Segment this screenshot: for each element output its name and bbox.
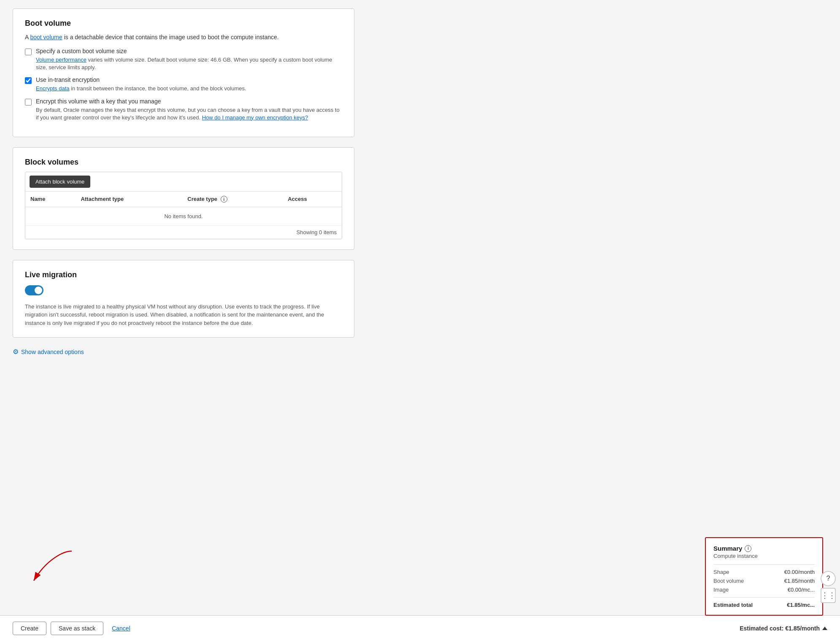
footer-bar: Create Save as stack Cancel Estimated co…: [0, 615, 840, 641]
boot-volume-link[interactable]: boot volume: [30, 34, 62, 41]
summary-total-label: Estimated total: [713, 602, 753, 608]
encrypt-key-label[interactable]: Encrypt this volume with a key that you …: [36, 98, 161, 105]
custom-size-label[interactable]: Specify a custom boot volume size: [36, 48, 127, 54]
footer-estimated-cost: Estimated cost: €1.85/month: [740, 625, 827, 632]
summary-title: Summary: [713, 545, 742, 552]
attach-block-volume-button[interactable]: Attach block volume: [30, 176, 90, 188]
boot-volume-description: A boot volume is a detachable device tha…: [25, 33, 342, 42]
encrypt-key-checkbox[interactable]: [25, 99, 32, 105]
summary-info-icon[interactable]: i: [745, 545, 751, 552]
save-as-stack-button[interactable]: Save as stack: [51, 622, 103, 635]
summary-shape-row: Shape €0.00/month: [713, 569, 815, 575]
boot-volume-desc-text: is a detachable device that contains the…: [62, 34, 279, 41]
summary-boot-volume-value: €1.85/month: [784, 578, 815, 584]
encrypts-data-link[interactable]: Encrypts data: [36, 85, 70, 92]
block-volumes-table: Name Attachment type Create type i Acces…: [25, 192, 342, 226]
floating-dots-icon[interactable]: ⋮⋮: [821, 588, 836, 603]
boot-volume-card: Boot volume A boot volume is a detachabl…: [13, 8, 354, 137]
summary-boot-volume-row: Boot volume €1.85/month: [713, 578, 815, 584]
in-transit-encryption-checkbox[interactable]: [25, 77, 32, 84]
no-items-row: No items found.: [25, 207, 342, 225]
col-attachment-type: Attachment type: [76, 192, 182, 207]
no-items-text: No items found.: [25, 207, 342, 225]
col-access: Access: [283, 192, 342, 207]
volume-performance-link[interactable]: Volume performance: [36, 57, 86, 63]
floating-help-icon[interactable]: ?: [821, 571, 836, 586]
boot-volume-title: Boot volume: [25, 19, 342, 28]
live-migration-toggle[interactable]: [25, 285, 43, 295]
block-volumes-table-container: Attach block volume Name Attachment type…: [25, 172, 342, 239]
encryption-key-link[interactable]: How do I manage my own encryption keys?: [202, 114, 308, 121]
summary-image-row: Image €0.00/mc...: [713, 587, 815, 593]
create-button[interactable]: Create: [13, 622, 46, 635]
cancel-button[interactable]: Cancel: [108, 622, 135, 635]
chevron-up-icon[interactable]: [822, 627, 827, 630]
summary-subtitle: Compute instance: [713, 553, 815, 559]
custom-size-sub: Volume performance varies with volume si…: [36, 56, 342, 71]
live-migration-description: The instance is live migrated to a healt…: [25, 303, 342, 327]
summary-image-value: €0.00/mc...: [788, 587, 815, 593]
summary-title-row: Summary i: [713, 545, 815, 552]
live-migration-card: Live migration The instance is live migr…: [13, 260, 354, 338]
summary-total-value: €1.85/mc...: [787, 602, 815, 608]
col-create-type: Create type i: [182, 192, 283, 207]
estimated-cost-text: Estimated cost: €1.85/month: [740, 625, 820, 632]
summary-image-label: Image: [713, 587, 729, 593]
summary-panel: Summary i Compute instance Shape €0.00/m…: [705, 537, 823, 616]
encryption-group: Use in-transit encryption Encrypts data …: [25, 76, 342, 92]
show-advanced-options-link[interactable]: ⚙ Show advanced options: [13, 348, 354, 356]
encryption-sub-text: in transit between the instance, the boo…: [70, 85, 246, 92]
summary-divider-2: [713, 597, 815, 598]
summary-boot-volume-label: Boot volume: [713, 578, 744, 584]
block-volumes-title: Block volumes: [25, 158, 342, 167]
showing-count: Showing 0 items: [25, 226, 342, 239]
encryption-sub: Encrypts data in transit between the ins…: [36, 85, 246, 92]
attach-btn-row: Attach block volume: [25, 172, 342, 192]
custom-size-group: Specify a custom boot volume size Volume…: [25, 48, 342, 71]
create-type-info-icon[interactable]: i: [221, 196, 227, 203]
summary-divider: [713, 564, 815, 565]
live-migration-title: Live migration: [25, 270, 342, 279]
block-volumes-card: Block volumes Attach block volume Name A…: [13, 147, 354, 250]
encrypt-key-group: Encrypt this volume with a key that you …: [25, 98, 342, 122]
summary-shape-value: €0.00/month: [784, 569, 815, 575]
summary-shape-label: Shape: [713, 569, 729, 575]
encryption-label[interactable]: Use in-transit encryption: [36, 76, 100, 83]
toggle-slider: [25, 285, 43, 295]
custom-size-checkbox[interactable]: [25, 49, 32, 55]
live-migration-toggle-wrapper: [25, 285, 342, 297]
summary-total-row: Estimated total €1.85/mc...: [713, 602, 815, 608]
encrypt-key-sub: By default, Oracle manages the keys that…: [36, 106, 342, 122]
advanced-options-icon: ⚙: [13, 348, 19, 356]
advanced-options-label: Show advanced options: [21, 349, 84, 355]
col-name: Name: [25, 192, 76, 207]
